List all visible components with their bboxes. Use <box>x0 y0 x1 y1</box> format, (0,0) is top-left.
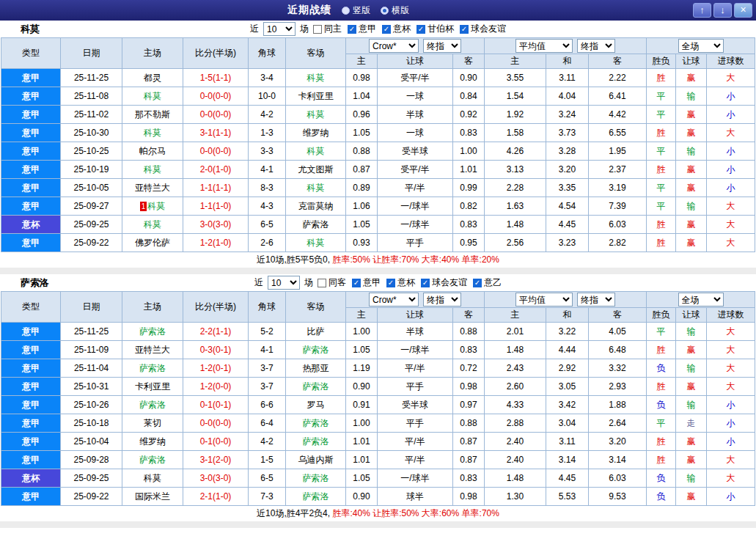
asia-away-odds-cell: 0.90 <box>453 69 485 87</box>
bookmaker-select[interactable]: Crow* <box>369 39 419 53</box>
goals-cell: 大 <box>707 451 755 469</box>
euro-away-odds-cell: 2.37 <box>589 161 647 179</box>
match-row: 意甲25-09-22国际米兰2-1(1-0)7-3萨索洛0.90球半0.981.… <box>1 488 755 506</box>
asia-odds-type-select[interactable]: 终指 <box>423 293 461 306</box>
recent-games-count-select[interactable]: 10 <box>263 22 296 36</box>
asia-handicap-cell: 球半 <box>378 488 453 506</box>
away-team-cell: 萨索洛 <box>286 216 346 234</box>
euro-home-odds-cell: 2.60 <box>485 378 546 396</box>
date-cell: 25-09-27 <box>61 197 122 216</box>
filter-checkbox[interactable]: 同客 <box>318 276 346 289</box>
home-team-cell: 科莫 <box>122 469 183 488</box>
euro-odds-type-select[interactable]: 终指 <box>577 39 615 53</box>
euro-draw-odds-cell: 4.44 <box>546 341 589 359</box>
result-cell: 胜 <box>647 378 676 396</box>
subcol-header-asia-handicap: 让球 <box>378 54 453 69</box>
filter-checkbox[interactable]: 意甲 <box>352 276 381 289</box>
goals-cell: 大 <box>707 69 755 87</box>
bookmaker-select[interactable]: Crow* <box>369 293 419 306</box>
goals-cell: 大 <box>707 216 755 234</box>
league-type-cell: 意甲 <box>1 142 61 161</box>
asia-handicap-cell: 受平/半 <box>378 161 453 179</box>
handicap-result-cell: 走 <box>676 414 707 433</box>
result-cell: 胜 <box>647 451 676 469</box>
asia-away-odds-cell: 0.87 <box>453 451 485 469</box>
scroll-up-button[interactable]: ↑ <box>693 3 711 18</box>
filter-checkbox[interactable]: 意甲 <box>348 23 376 35</box>
league-type-cell: 意甲 <box>1 87 61 106</box>
away-team-name: 萨索洛 <box>303 491 329 502</box>
summary-line: 近10场,胜4平2负4, 胜率:40% 让胜率:50% 大率:60% 单率:70… <box>0 506 756 521</box>
away-team-name: 尤文图斯 <box>298 164 334 175</box>
score-cell: 0-1(0-0) <box>183 433 249 451</box>
corners-cell: 4-1 <box>249 161 286 179</box>
date-cell: 25-11-09 <box>61 341 122 359</box>
handicap-result-cell: 赢 <box>676 433 707 451</box>
home-team-cell: 国际米兰 <box>122 488 183 506</box>
checkbox-icon <box>460 25 469 34</box>
result-cell: 负 <box>647 359 676 378</box>
euro-odds-type-select[interactable]: 终指 <box>577 293 615 306</box>
euro-odds-group-header: 平均值 终指 <box>485 292 647 308</box>
away-team-name: 克雷莫纳 <box>298 201 334 211</box>
away-team-name: 萨索洛 <box>303 473 329 483</box>
euro-away-odds-cell: 6.48 <box>589 341 647 359</box>
date-cell: 25-10-19 <box>61 161 122 179</box>
away-team-name: 科莫 <box>307 73 325 83</box>
asia-home-odds-cell: 1.00 <box>346 414 378 433</box>
result-cell: 胜 <box>647 216 676 234</box>
match-row: 意甲25-10-04维罗纳0-1(0-0)4-2萨索洛1.01平/半0.872.… <box>1 433 755 451</box>
filter-checkbox[interactable]: 意杯 <box>382 23 411 35</box>
date-cell: 25-10-04 <box>61 433 122 451</box>
corners-cell: 4-2 <box>249 106 286 124</box>
team-name-heading: 萨索洛 <box>21 276 49 290</box>
layout-radio-vertical[interactable]: 竖版 <box>342 4 370 17</box>
filter-checkbox[interactable]: 球会友谊 <box>421 276 467 289</box>
euro-home-odds-cell: 3.13 <box>485 161 546 179</box>
asia-odds-type-select[interactable]: 终指 <box>423 39 461 53</box>
match-row: 意甲25-09-271科莫1-1(1-0)4-3克雷莫纳1.06一/球半0.82… <box>1 197 755 216</box>
handicap-result-cell: 赢 <box>676 106 707 124</box>
filter-checkbox[interactable]: 球会友谊 <box>460 23 506 35</box>
away-team-cell: 科莫 <box>286 234 346 252</box>
handicap-result-cell: 输 <box>676 87 707 106</box>
league-type-cell: 意甲 <box>1 161 61 179</box>
home-team-cell: 萨索洛 <box>122 359 183 378</box>
column-header-date: 日期 <box>61 292 122 323</box>
euro-average-select[interactable]: 平均值 <box>515 39 573 53</box>
filter-checkbox[interactable]: 同主 <box>313 23 342 35</box>
match-row: 意甲25-10-31卡利亚里1-2(0-0)3-7萨索洛0.90平手0.982.… <box>1 378 755 396</box>
match-row: 意杯25-09-25科莫3-0(3-0)6-5萨索洛1.05一/球半0.831.… <box>1 216 755 234</box>
euro-home-odds-cell: 1.92 <box>485 106 546 124</box>
away-team-cell: 热那亚 <box>286 359 346 378</box>
asia-away-odds-cell: 0.83 <box>453 216 485 234</box>
result-cell: 胜 <box>647 161 676 179</box>
filter-checkbox[interactable]: 甘伯杯 <box>416 23 454 35</box>
euro-draw-odds-cell: 3.04 <box>546 414 589 433</box>
match-row: 意甲25-11-09亚特兰大0-3(0-1)4-1萨索洛1.05一/球半0.83… <box>1 341 755 359</box>
euro-average-select[interactable]: 平均值 <box>515 293 573 306</box>
date-cell: 25-11-02 <box>61 106 122 124</box>
filter-checkbox[interactable]: 意乙 <box>473 276 502 289</box>
result-cell: 胜 <box>647 234 676 252</box>
close-button[interactable]: × <box>734 3 752 18</box>
scroll-down-button[interactable]: ↓ <box>713 3 732 18</box>
corners-cell: 7-3 <box>249 488 286 506</box>
subcol-header-asia-away: 客 <box>453 308 485 323</box>
match-scope-select[interactable]: 全场 <box>678 39 724 53</box>
euro-away-odds-cell: 9.53 <box>589 488 647 506</box>
score-cell: 0-0(0-0) <box>183 87 249 106</box>
summary-record: 近10场,胜5平5负0, <box>257 254 330 265</box>
subcol-header-goals: 进球数 <box>707 308 755 323</box>
home-team-name: 亚特兰大 <box>135 183 170 193</box>
match-row: 意甲25-09-22佛罗伦萨1-2(1-0)2-6科莫0.93平手0.952.5… <box>1 234 755 252</box>
games-label: 场 <box>304 276 313 289</box>
asia-handicap-cell: 平/半 <box>378 179 453 197</box>
result-cell: 胜 <box>647 433 676 451</box>
filter-checkbox[interactable]: 意杯 <box>386 276 415 289</box>
recent-games-count-select[interactable]: 10 <box>268 276 300 290</box>
asia-away-odds-cell: 0.99 <box>453 179 485 197</box>
match-scope-select[interactable]: 全场 <box>678 293 724 306</box>
layout-radio-horizontal[interactable]: 横版 <box>381 4 409 17</box>
league-type-cell: 意甲 <box>1 378 61 396</box>
